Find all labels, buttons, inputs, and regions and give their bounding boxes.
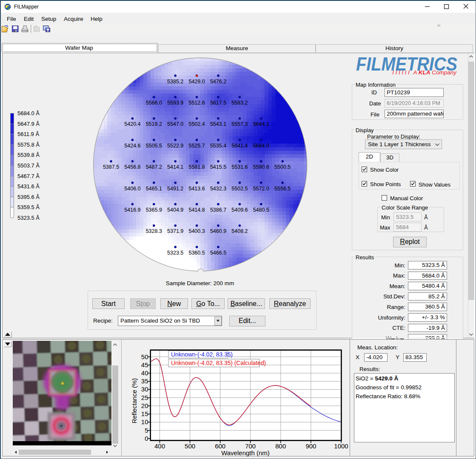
svg-text:5684.0: 5684.0 bbox=[253, 143, 269, 149]
svg-text:5641.4: 5641.4 bbox=[231, 143, 248, 149]
svg-text:5408.2: 5408.2 bbox=[231, 228, 248, 234]
svg-text:5: 5 bbox=[145, 427, 148, 434]
svg-text:IIIIIIA KLA Company: IIIIIIA KLA Company bbox=[392, 69, 457, 76]
svg-text:5429.0: 5429.0 bbox=[188, 79, 205, 85]
svg-text:35: 35 bbox=[141, 377, 148, 385]
svg-text:5543.1: 5543.1 bbox=[210, 121, 226, 127]
svg-text:5406.0: 5406.0 bbox=[124, 186, 140, 192]
svg-text:5531.6: 5531.6 bbox=[231, 164, 248, 170]
svg-text:700: 700 bbox=[245, 442, 256, 450]
svg-text:5400.3: 5400.3 bbox=[188, 228, 205, 234]
svg-text:25: 25 bbox=[141, 394, 148, 401]
svg-text:5644.1: 5644.1 bbox=[253, 121, 269, 127]
svg-text:5456.8: 5456.8 bbox=[124, 164, 140, 170]
svg-text:5415.5: 5415.5 bbox=[210, 164, 226, 170]
svg-text:Wavelength (nm): Wavelength (nm) bbox=[221, 449, 270, 456]
svg-text:5617.5: 5617.5 bbox=[210, 100, 226, 106]
svg-text:600: 600 bbox=[215, 442, 225, 450]
svg-text:Unknown-(-4.02, 83.35): Unknown-(-4.02, 83.35) bbox=[171, 351, 233, 358]
svg-text:5386.7: 5386.7 bbox=[210, 207, 226, 213]
svg-text:400: 400 bbox=[154, 442, 165, 450]
svg-text:30: 30 bbox=[141, 385, 148, 393]
svg-text:5385.2: 5385.2 bbox=[167, 79, 183, 85]
svg-text:5500.5: 5500.5 bbox=[274, 164, 291, 170]
svg-text:20: 20 bbox=[141, 402, 148, 409]
svg-text:5424.6: 5424.6 bbox=[124, 143, 140, 149]
svg-text:0: 0 bbox=[145, 435, 148, 442]
svg-text:5525.7: 5525.7 bbox=[188, 143, 205, 149]
svg-text:5502.5: 5502.5 bbox=[231, 186, 248, 192]
svg-text:500: 500 bbox=[185, 442, 195, 450]
svg-text:5432.3: 5432.3 bbox=[210, 186, 226, 192]
svg-text:5328.3: 5328.3 bbox=[146, 228, 162, 234]
svg-text:5466.5: 5466.5 bbox=[210, 250, 226, 256]
svg-text:10: 10 bbox=[141, 418, 148, 425]
svg-text:5414.8: 5414.8 bbox=[188, 207, 205, 213]
svg-text:5465.1: 5465.1 bbox=[146, 186, 162, 192]
svg-text:800: 800 bbox=[275, 442, 286, 450]
svg-text:15: 15 bbox=[141, 410, 148, 417]
svg-text:Unknown-(-4.02, 83.35) (Calcul: Unknown-(-4.02, 83.35) (Calculated) bbox=[171, 360, 266, 366]
svg-text:50: 50 bbox=[141, 353, 148, 360]
svg-text:5371.9: 5371.9 bbox=[167, 228, 183, 234]
svg-text:5566.0: 5566.0 bbox=[146, 100, 162, 106]
svg-text:900: 900 bbox=[305, 442, 316, 450]
svg-text:1000: 1000 bbox=[334, 442, 348, 450]
svg-text:5414.1: 5414.1 bbox=[167, 164, 183, 170]
svg-text:40: 40 bbox=[141, 369, 148, 377]
svg-text:5593.9: 5593.9 bbox=[167, 100, 183, 106]
svg-text:5505.5: 5505.5 bbox=[146, 143, 162, 149]
svg-text:5491.2: 5491.2 bbox=[167, 186, 183, 192]
svg-text:5365.9: 5365.9 bbox=[146, 207, 162, 213]
svg-text:5581.8: 5581.8 bbox=[188, 164, 205, 170]
svg-text:5557.3: 5557.3 bbox=[231, 121, 248, 127]
svg-text:5556.5: 5556.5 bbox=[274, 186, 291, 192]
svg-text:5413.6: 5413.6 bbox=[188, 186, 205, 192]
svg-text:5487.2: 5487.2 bbox=[146, 164, 162, 170]
svg-text:5572.0: 5572.0 bbox=[253, 186, 269, 192]
svg-text:Reflectance (%): Reflectance (%) bbox=[131, 378, 138, 424]
svg-text:5416.9: 5416.9 bbox=[124, 207, 140, 213]
svg-text:5420.4: 5420.4 bbox=[124, 121, 140, 127]
svg-text:5512.6: 5512.6 bbox=[188, 100, 205, 106]
svg-text:5404.9: 5404.9 bbox=[167, 207, 183, 213]
svg-text:5519.2: 5519.2 bbox=[146, 121, 162, 127]
svg-text:5522.9: 5522.9 bbox=[167, 143, 183, 149]
svg-text:5535.4: 5535.4 bbox=[210, 143, 226, 149]
svg-text:5387.5: 5387.5 bbox=[103, 164, 119, 170]
svg-text:5502.4: 5502.4 bbox=[188, 121, 205, 127]
svg-text:5590.6: 5590.6 bbox=[253, 164, 269, 170]
svg-text:45: 45 bbox=[141, 361, 148, 368]
svg-text:5360.5: 5360.5 bbox=[188, 250, 205, 256]
svg-text:5460.9: 5460.9 bbox=[210, 228, 226, 234]
svg-text:5409.6: 5409.6 bbox=[231, 207, 248, 213]
svg-text:5547.0: 5547.0 bbox=[167, 121, 183, 127]
svg-text:5583.2: 5583.2 bbox=[231, 100, 248, 106]
svg-text:5476.2: 5476.2 bbox=[210, 79, 226, 85]
svg-text:5323.5: 5323.5 bbox=[167, 250, 183, 256]
svg-text:5480.5: 5480.5 bbox=[253, 207, 269, 213]
